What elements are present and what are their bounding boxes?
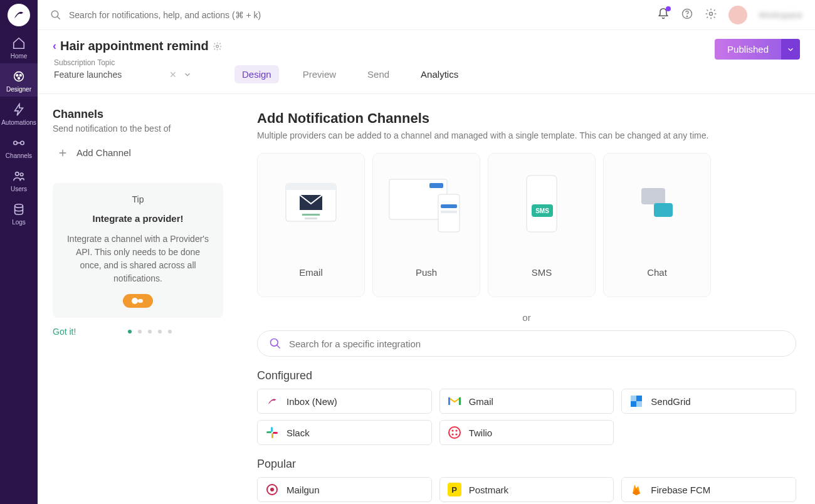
integration-firebase[interactable]: Firebase FCM [621,477,796,502]
svg-rect-37 [266,431,271,433]
svg-rect-17 [286,184,336,190]
svg-rect-35 [636,401,642,407]
integration-label: SendGrid [651,396,690,407]
tip-gotit-button[interactable]: Got it! [53,327,76,337]
channel-card-sms[interactable]: SMS SMS [488,153,596,297]
integration-postmark[interactable]: P Postmark [439,477,614,502]
sidebar-item-label: Logs [12,219,26,226]
svg-rect-32 [631,401,636,407]
sms-icon: SMS [517,154,567,253]
integration-search[interactable] [257,330,796,357]
svg-point-5 [21,141,24,145]
svg-rect-30 [654,203,673,217]
tip-action-button[interactable] [123,294,153,308]
tab-analytics[interactable]: Analytics [413,65,466,83]
global-search[interactable] [50,9,657,21]
channel-card-label: Push [416,267,437,278]
sidebar-item-label: Channels [6,152,32,159]
svg-point-13 [216,45,218,48]
integration-mailgun[interactable]: Mailgun [257,477,432,502]
add-channel-button[interactable]: Add Channel [53,147,223,158]
tab-send[interactable]: Send [360,65,397,83]
tabs: Design Preview Send Analytics [234,65,466,93]
tip-dot[interactable] [168,330,172,333]
sidebar-item-label: Users [11,186,27,192]
publish-button[interactable]: Published [715,39,781,60]
subscription-topic-select[interactable]: Feature launches ✕ [54,70,192,80]
gear-icon [705,8,717,20]
plug-icon [130,297,145,305]
tip-dot[interactable] [148,330,152,333]
add-channel-label: Add Channel [76,147,131,158]
twilio-icon [448,426,461,439]
integration-label: Inbox (New) [287,396,337,407]
svg-point-4 [14,141,18,145]
svg-point-3 [18,77,20,79]
sidebar-item-designer[interactable]: Designer [0,63,38,97]
integration-search-input[interactable] [289,339,784,349]
sidebar-item-automations[interactable]: Automations [0,97,38,130]
email-icon [280,154,342,253]
settings-button[interactable] [705,8,717,23]
integration-slack[interactable]: Slack [257,420,432,445]
subscription-topic-value: Feature launches [54,70,122,80]
notifications-button[interactable] [657,8,670,23]
tip-dot[interactable] [158,330,162,333]
svg-rect-39 [273,432,278,434]
svg-text:SMS: SMS [535,207,549,214]
tip-body: Integrate a channel with a Provider's AP… [64,233,212,285]
avatar[interactable] [728,6,747,24]
svg-rect-38 [271,433,273,438]
svg-point-8 [15,204,23,208]
channel-card-push[interactable]: Push [372,153,480,297]
sidebar-item-home[interactable]: Home [0,30,38,63]
channels-subtitle: Send notification to the best of [53,123,223,134]
firebase-icon [629,483,643,496]
channels-title: Channels [53,108,223,121]
chevron-down-icon [786,45,795,54]
tip-dot[interactable] [138,330,142,333]
mailgun-icon [265,483,279,496]
tab-preview[interactable]: Preview [295,65,344,83]
svg-rect-22 [429,183,443,188]
sidebar-item-channels[interactable]: Channels [0,130,38,163]
publish-menu-button[interactable] [781,39,800,60]
help-button[interactable] [681,8,693,23]
channels-sidebar: Channels Send notification to the best o… [38,94,238,504]
search-input[interactable] [69,10,320,20]
workspace-switcher[interactable]: Workspace [759,10,802,20]
popular-heading: Popular [257,458,796,471]
page-title: Hair appointment remind [60,39,209,53]
channel-card-email[interactable]: Email [257,153,365,297]
back-button[interactable]: ‹ [53,39,56,53]
sidebar-item-logs[interactable]: Logs [0,196,38,229]
tip-dot[interactable] [128,330,132,333]
sidebar-item-label: Automations [1,119,36,126]
gmail-icon [448,394,461,408]
svg-point-11 [687,16,688,16]
integration-twilio[interactable]: Twilio [439,420,614,445]
page-header: ‹ Hair appointment remind Subscription T… [38,30,815,94]
svg-point-42 [455,429,457,431]
svg-rect-20 [305,218,317,219]
svg-rect-26 [527,176,557,232]
integration-inbox[interactable]: Inbox (New) [257,389,432,414]
tab-design[interactable]: Design [234,65,279,83]
app-logo[interactable] [0,0,38,30]
channel-card-chat[interactable]: Chat [603,153,711,297]
svg-rect-29 [641,188,665,204]
clear-icon[interactable]: ✕ [169,70,177,80]
search-icon [50,9,61,21]
svg-point-14 [132,298,138,304]
svg-point-0 [14,72,24,81]
svg-point-40 [449,427,460,438]
svg-rect-25 [441,211,457,213]
configured-heading: Configured [257,369,796,382]
integration-gmail[interactable]: Gmail [439,389,614,414]
main-panel: Add Notification Channels Multiple provi… [238,94,815,504]
svg-rect-19 [302,214,320,216]
sidebar-item-users[interactable]: Users [0,163,38,196]
gear-icon[interactable] [213,41,222,52]
integration-sendgrid[interactable]: SendGrid [621,389,796,414]
chevron-down-icon[interactable] [183,70,192,79]
